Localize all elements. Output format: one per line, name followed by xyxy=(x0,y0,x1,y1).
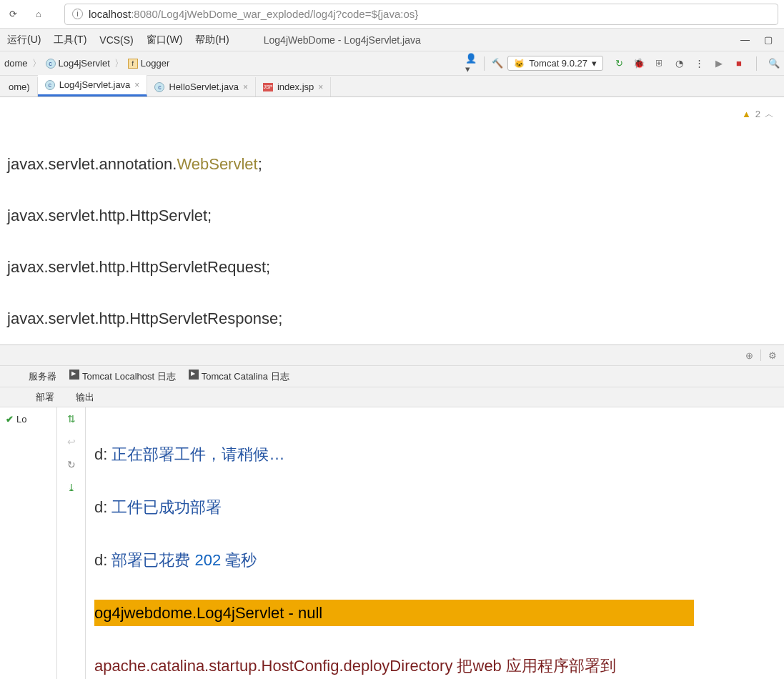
tab-3[interactable]: JSPindex.jsp× xyxy=(256,77,331,96)
crumb-0[interactable]: dome xyxy=(4,58,28,69)
clock-icon[interactable]: ◔ xyxy=(673,58,685,69)
class-icon: c xyxy=(154,82,164,92)
target-icon[interactable]: ⊕ xyxy=(745,350,753,361)
url-bar[interactable]: i localhost:8080/Log4jWebDome_war_explod… xyxy=(64,4,778,25)
url-path: /Log4jWebDome_war_exploded/log4j?code=${… xyxy=(158,8,419,20)
close-icon[interactable]: × xyxy=(318,82,323,92)
panel-tabs: 服务器 Tomcat Localhost 日志 Tomcat Catalina … xyxy=(0,366,784,387)
subtab-output[interactable]: 输出 xyxy=(76,391,94,404)
coverage-icon[interactable]: ⛨ xyxy=(653,58,665,69)
crumb-1[interactable]: cLog4jServlet xyxy=(46,58,110,69)
class-icon: c xyxy=(45,80,55,90)
chevron-down-icon: ▾ xyxy=(592,58,597,69)
menu-tools[interactable]: 工具(T) xyxy=(54,34,86,46)
run-config-selector[interactable]: 🐱 Tomcat 9.0.27 ▾ xyxy=(507,56,603,71)
down-save-icon[interactable]: ⤓ xyxy=(67,482,76,493)
tomcat-icon: 🐱 xyxy=(514,59,525,69)
inspection-badges[interactable]: ▲2︿ xyxy=(742,101,774,127)
panel-subtabs: 部署 输出 xyxy=(0,387,784,407)
home-icon[interactable]: ⌂ xyxy=(31,7,46,21)
deploy-tree[interactable]: ✔Lo xyxy=(0,407,57,679)
play-icon[interactable]: ▶ xyxy=(713,58,725,69)
panel-body: ✔Lo ⇅ ↩ ↻ ⤓ d: 正在部署工件，请稍候… d: 工件已成功部署 d:… xyxy=(0,407,784,679)
minimize-icon[interactable]: — xyxy=(740,34,750,45)
panel-header: ⊕ ⚙ xyxy=(0,345,784,366)
deploy-item[interactable]: ✔Lo xyxy=(0,412,56,427)
dots-icon[interactable]: ⋮ xyxy=(693,58,705,69)
log-icon xyxy=(69,370,79,380)
close-icon[interactable]: × xyxy=(134,80,139,90)
subtab-deploy[interactable]: 部署 xyxy=(36,391,54,404)
tab-0[interactable]: ome) xyxy=(1,77,38,96)
up-arrow-icon[interactable]: ⇅ xyxy=(67,413,76,425)
tab-catalina-log[interactable]: Tomcat Catalina 日志 xyxy=(189,370,289,383)
editor-tabs: ome) cLog4jServlet.java× cHelloServlet.j… xyxy=(0,76,784,97)
reload-icon[interactable]: ↻ xyxy=(67,459,76,470)
menu-window[interactable]: 窗口(W) xyxy=(147,34,183,46)
rerun-icon[interactable]: ↻ xyxy=(613,58,625,69)
menu-help[interactable]: 帮助(H) xyxy=(195,34,229,46)
user-icon[interactable]: 👤▾ xyxy=(465,58,477,69)
window-title: Log4jWebDome - Log4jServlet.java xyxy=(264,34,421,46)
crumb-2[interactable]: fLogger xyxy=(128,58,169,69)
class-icon: c xyxy=(46,59,56,69)
url-port: :8080 xyxy=(131,8,158,20)
warning-icon: ▲ xyxy=(742,101,751,127)
breadcrumb-bar: dome 〉 cLog4jServlet 〉 fLogger 👤▾ 🔨 🐱 To… xyxy=(0,51,784,76)
stop-icon[interactable]: ■ xyxy=(733,58,745,69)
tab-1[interactable]: cLog4jServlet.java× xyxy=(38,75,148,96)
jsp-icon: JSP xyxy=(263,83,273,91)
bug-icon[interactable]: 🐞 xyxy=(633,58,645,69)
code-editor[interactable]: ▲2︿ javax.servlet.annotation.WebServlet;… xyxy=(0,97,784,345)
maximize-icon[interactable]: ▢ xyxy=(764,34,773,45)
run-config-label: Tomcat 9.0.27 xyxy=(529,58,587,69)
check-icon: ✔ xyxy=(6,414,14,425)
console-gutter: ⇅ ↩ ↻ ⤓ xyxy=(57,407,86,679)
hammer-icon[interactable]: 🔨 xyxy=(492,58,503,69)
log-icon xyxy=(189,370,199,380)
menu-vcs[interactable]: VCS(S) xyxy=(99,34,133,46)
back-icon[interactable]: ↩ xyxy=(67,436,76,447)
tab-2[interactable]: cHelloServlet.java× xyxy=(147,77,256,96)
chevron-up-icon: ︿ xyxy=(765,101,774,127)
url-host: localhost xyxy=(89,8,131,20)
console-output[interactable]: d: 正在部署工件，请稍候… d: 工件已成功部署 d: 部署已花费 202 毫… xyxy=(86,407,784,679)
menu-run[interactable]: 运行(U) xyxy=(7,34,41,46)
search-icon[interactable]: 🔍 xyxy=(768,58,780,69)
refresh-icon[interactable]: ⟳ xyxy=(6,7,20,21)
tab-localhost-log[interactable]: Tomcat Localhost 日志 xyxy=(69,370,176,383)
field-icon: f xyxy=(128,59,138,69)
close-icon[interactable]: × xyxy=(243,82,248,92)
tab-server[interactable]: 服务器 xyxy=(29,370,56,383)
info-icon: i xyxy=(72,9,83,19)
browser-bar: ⟳ ⌂ i localhost:8080/Log4jWebDome_war_ex… xyxy=(0,0,784,29)
menu-bar: 运行(U) 工具(T) VCS(S) 窗口(W) 帮助(H) Log4jWebD… xyxy=(0,29,784,51)
gear-icon[interactable]: ⚙ xyxy=(768,350,777,361)
